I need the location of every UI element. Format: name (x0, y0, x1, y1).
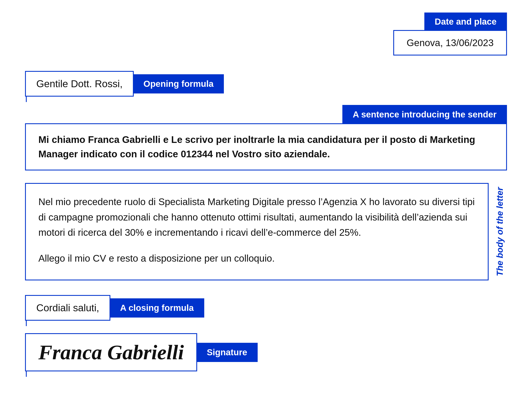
closing-section: Cordiali saluti, A closing formula (25, 295, 507, 321)
sender-intro-text: Mi chiamo Franca Gabrielli e Le scrivo p… (25, 123, 507, 170)
sender-intro-badge: A sentence introducing the sender (342, 105, 507, 124)
body-label: The body of the letter (493, 183, 507, 280)
body-box: Nel mio precedente ruolo di Specialista … (25, 183, 489, 280)
signature-text: Franca Gabrielli (25, 333, 197, 371)
intro-full-section: A sentence introducing the sender Mi chi… (25, 105, 507, 170)
letter-page: Date and place Genova, 13/06/2023 Gentil… (0, 0, 532, 406)
body-section: Nel mio precedente ruolo di Specialista … (25, 183, 507, 280)
sender-label-section: A sentence introducing the sender (25, 105, 507, 124)
body-paragraph-2: Allego il mio CV e resto a disposizione … (38, 251, 475, 266)
closing-badge: A closing formula (109, 298, 204, 318)
date-place-section: Date and place Genova, 13/06/2023 (393, 13, 507, 56)
body-paragraph-1: Nel mio precedente ruolo di Specialista … (38, 194, 475, 240)
signature-badge: Signature (196, 343, 258, 362)
closing-text: Cordiali saluti, (25, 295, 110, 321)
date-place-badge: Date and place (424, 13, 507, 31)
opening-text: Gentile Dott. Rossi, (25, 71, 134, 97)
opening-badge: Opening formula (133, 74, 224, 94)
signature-section: Franca Gabrielli Signature (25, 333, 507, 371)
opening-section: Gentile Dott. Rossi, Opening formula (25, 71, 507, 97)
date-place-value: Genova, 13/06/2023 (393, 30, 507, 56)
